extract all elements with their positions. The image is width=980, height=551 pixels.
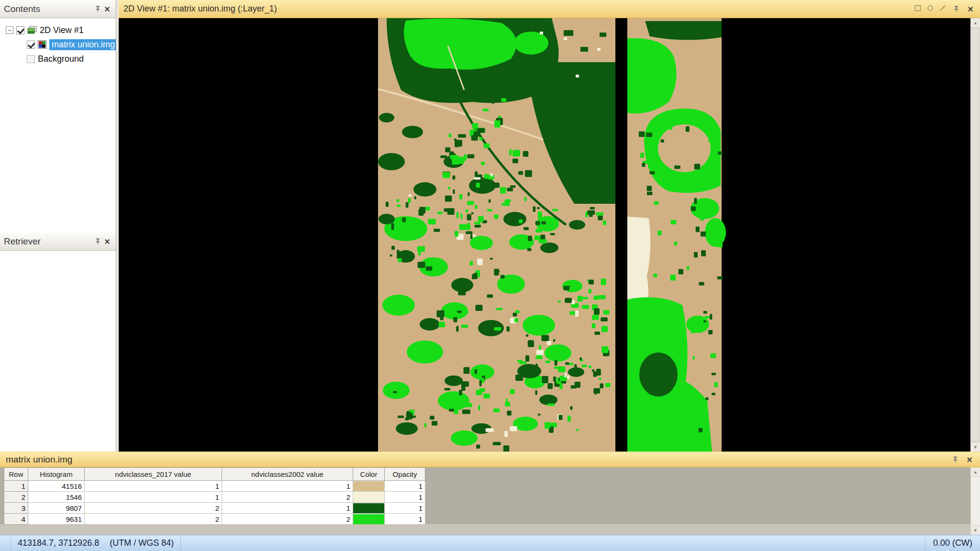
- status-spacer: [181, 535, 925, 551]
- ndvi2017-cell[interactable]: 2: [85, 503, 222, 514]
- color-cell[interactable]: [353, 514, 385, 525]
- tree-item-label[interactable]: 2D View #1: [40, 25, 84, 35]
- retriever-body: [0, 251, 116, 452]
- retriever-panel-title: Retriever: [4, 236, 41, 247]
- collapse-icon[interactable]: −: [6, 26, 13, 34]
- table-row: 1 41516 1 1 1: [4, 481, 425, 492]
- view-tool-icon-1[interactable]: [914, 4, 922, 14]
- col-header-ndvi2002[interactable]: ndviclasses2002 value: [222, 468, 353, 481]
- opacity-cell[interactable]: 1: [385, 503, 425, 514]
- tree-item-layer[interactable]: matrix union.img: [27, 38, 116, 51]
- scroll-down-icon[interactable]: ▼: [971, 525, 980, 535]
- attribute-table-area: Row Histogram ndviclasses_2017 value ndv…: [0, 467, 980, 535]
- table-empty-strip: [0, 524, 970, 535]
- color-cell[interactable]: [353, 481, 385, 492]
- table-row: 3 9807 2 1 1: [4, 503, 425, 514]
- color-swatch[interactable]: [353, 481, 384, 491]
- color-swatch[interactable]: [353, 514, 384, 524]
- ndvi2002-cell[interactable]: 2: [222, 492, 353, 503]
- color-cell[interactable]: [353, 492, 385, 503]
- close-icon[interactable]: ×: [966, 4, 975, 14]
- attribute-panel-titlebar[interactable]: matrix union.img ×: [0, 452, 980, 467]
- pin-icon[interactable]: [951, 4, 961, 14]
- application-window: Contents × − 2D View #1 matrix un: [0, 0, 980, 551]
- tree-item-label[interactable]: Background: [38, 54, 84, 64]
- map-vertical-scrollbar[interactable]: ▲ ▼: [970, 18, 980, 452]
- status-coordinates: 413184.7, 3712926.8: [18, 538, 99, 548]
- view-title: 2D View #1: matrix union.img (:Layer_1): [123, 4, 277, 14]
- contents-panel-title: Contents: [4, 4, 40, 14]
- table-vertical-scrollbar[interactable]: ▲ ▼: [970, 467, 980, 535]
- opacity-cell[interactable]: 1: [385, 481, 425, 492]
- color-swatch[interactable]: [353, 492, 384, 502]
- col-header-color[interactable]: Color: [353, 468, 385, 481]
- histogram-cell[interactable]: 9631: [28, 514, 85, 525]
- histogram-cell[interactable]: 1546: [28, 492, 85, 503]
- contents-panel: Contents × − 2D View #1 matrix un: [0, 0, 116, 232]
- close-icon[interactable]: ×: [102, 237, 112, 246]
- view-titlebar[interactable]: 2D View #1: matrix union.img (:Layer_1) …: [119, 0, 980, 18]
- status-rotation-section: 0.00 (CW): [925, 535, 980, 551]
- ndvi2017-cell[interactable]: 1: [85, 481, 222, 492]
- histogram-cell[interactable]: 9807: [28, 503, 85, 514]
- background-visibility-checkbox[interactable]: [27, 55, 35, 63]
- ndvi2002-cell[interactable]: 1: [222, 503, 353, 514]
- 2d-view-icon: [27, 26, 37, 34]
- map-canvas[interactable]: [119, 18, 970, 452]
- col-header-row[interactable]: Row: [4, 468, 28, 481]
- view-visibility-checkbox[interactable]: [16, 26, 24, 34]
- status-projection: (UTM / WGS 84): [110, 538, 174, 548]
- ndvi2017-cell[interactable]: 1: [85, 492, 222, 503]
- attribute-panel-title: matrix union.img: [6, 454, 72, 465]
- close-icon[interactable]: ×: [965, 455, 974, 464]
- table-row: 4 9631 2 2 1: [4, 514, 425, 525]
- scrollbar-thumb[interactable]: [971, 28, 980, 442]
- table-row: 2 1546 1 2 1: [4, 492, 425, 503]
- layer-visibility-checkbox[interactable]: [27, 41, 35, 49]
- tree-item-2d-view[interactable]: − 2D View #1: [6, 24, 84, 36]
- opacity-cell[interactable]: 1: [385, 492, 425, 503]
- scroll-down-icon[interactable]: ▼: [971, 442, 980, 452]
- attribute-table: Row Histogram ndviclasses_2017 value ndv…: [4, 467, 425, 525]
- row-number-cell[interactable]: 4: [4, 514, 28, 525]
- pin-icon[interactable]: [950, 455, 960, 464]
- view-tool-icon-3[interactable]: [939, 4, 947, 14]
- table-header-row: Row Histogram ndviclasses_2017 value ndv…: [4, 468, 425, 481]
- contents-panel-header[interactable]: Contents ×: [0, 0, 116, 18]
- pushpin-glyph: [953, 5, 960, 12]
- ndvi2002-cell[interactable]: 2: [222, 514, 353, 525]
- ndvi2017-cell[interactable]: 2: [85, 514, 222, 525]
- view-tool-icon-2[interactable]: [926, 4, 934, 14]
- col-header-opacity[interactable]: Opacity: [385, 468, 425, 481]
- tree-item-background[interactable]: Background: [27, 53, 84, 65]
- retriever-panel-header[interactable]: Retriever ×: [0, 232, 116, 251]
- tree-item-label-selected[interactable]: matrix union.img: [49, 39, 116, 50]
- status-rotation: 0.00 (CW): [933, 538, 972, 548]
- col-header-ndvi2017[interactable]: ndviclasses_2017 value: [85, 468, 222, 481]
- pushpin-glyph: [952, 456, 959, 463]
- opacity-cell[interactable]: 1: [385, 514, 425, 525]
- pin-icon[interactable]: [93, 237, 102, 246]
- status-bar: 413184.7, 3712926.8 (UTM / WGS 84) 0.00 …: [0, 535, 980, 551]
- ndvi2002-cell[interactable]: 1: [222, 481, 353, 492]
- color-swatch[interactable]: [353, 503, 384, 513]
- pin-icon[interactable]: [93, 4, 102, 14]
- row-number-cell[interactable]: 3: [4, 503, 28, 514]
- contents-tree: − 2D View #1 matrix union.img Background: [0, 18, 116, 232]
- row-number-cell[interactable]: 1: [4, 481, 28, 492]
- status-coordinates-section: 413184.7, 3712926.8 (UTM / WGS 84): [11, 535, 181, 551]
- pushpin-glyph: [94, 5, 101, 12]
- color-cell[interactable]: [353, 503, 385, 514]
- pushpin-glyph: [94, 238, 101, 245]
- status-divider: [0, 535, 11, 551]
- map-view[interactable]: ▲ ▼: [119, 18, 980, 452]
- row-number-cell[interactable]: 2: [4, 492, 28, 503]
- close-icon[interactable]: ×: [102, 4, 112, 14]
- scroll-up-icon[interactable]: ▲: [971, 467, 980, 477]
- raster-layer-icon: [38, 40, 46, 49]
- retriever-panel: Retriever ×: [0, 232, 116, 452]
- view-titlebar-icons: ×: [914, 4, 975, 14]
- scroll-up-icon[interactable]: ▲: [971, 18, 980, 28]
- histogram-cell[interactable]: 41516: [28, 481, 85, 492]
- col-header-histogram[interactable]: Histogram: [28, 468, 85, 481]
